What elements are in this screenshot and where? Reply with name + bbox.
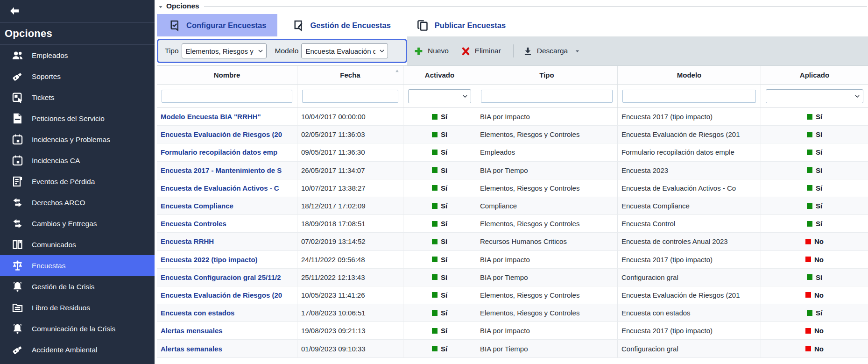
download-icon [523, 46, 533, 56]
cell-tipo: BIA por Impacto [476, 322, 618, 339]
survey-name-link[interactable]: Encuesta 2017 - Mantenimiento de S [161, 166, 282, 174]
modelo-select[interactable]: Encuesta Evaluación de Riesgos [301, 43, 388, 58]
sidebar-item-label: Incidencias y Problemas [32, 136, 110, 144]
bell-icon [11, 322, 24, 335]
sidebar-item-eventos-de-perdida[interactable]: Eventos de Pérdida [0, 171, 155, 192]
tab-configurar-encuestas[interactable]: Configurar Encuestas [157, 14, 277, 36]
sidebar-item-peticiones-del-servicio[interactable]: Peticiones del Servicio [0, 108, 155, 129]
sidebar-item-libro-de-residuos[interactable]: Libro de Residuos [0, 297, 155, 318]
table-row[interactable]: Encuesta RRHH07/02/2019 13:14:52SíRecurs… [157, 233, 868, 250]
descarga-button[interactable]: Descarga [523, 46, 581, 56]
users-icon [11, 49, 24, 62]
survey-name-link[interactable]: Alertas semanales [161, 345, 222, 353]
sidebar-item-incidencias-ca[interactable]: Incidencias CA [0, 150, 155, 171]
table-row[interactable]: Alertas mensuales19/08/2023 09:21:13SíBI… [157, 322, 868, 340]
table-row[interactable]: Encuesta Compliance18/12/2017 17:02:09Sí… [157, 197, 868, 215]
calendar-icon [11, 133, 24, 146]
activado-status: Sí [432, 130, 447, 138]
sidebar-item-label: Tickets [32, 93, 55, 102]
table-row[interactable]: Encuesta con estados17/08/2023 10:06:51S… [157, 304, 868, 322]
sidebar-title-row: Opciones [0, 23, 155, 45]
sidebar-item-comunicados[interactable]: Comunicados [0, 234, 155, 255]
survey-name-link[interactable]: Encuesta de Evaluación Activos - C [161, 184, 279, 192]
table-row[interactable]: Encuesta Evaluación de Riesgos (2002/05/… [157, 126, 868, 143]
column-header-nombre[interactable]: Nombre [157, 66, 297, 84]
cell-fecha: 26/05/2017 11:34:07 [297, 162, 403, 179]
sidebar-item-encuestas[interactable]: Encuestas [0, 255, 155, 276]
table-row[interactable]: Encuesta Configuracion gral 25/11/225/11… [157, 269, 868, 286]
survey-name-link[interactable]: Encuesta Evaluación de Riesgos (20 [161, 130, 282, 138]
clipboard-icon [416, 19, 429, 32]
tab-publicar-encuestas[interactable]: Publicar Encuestas [405, 14, 517, 36]
sidebar-item-gestion-de-la-crisis[interactable]: Gestión de la Crisis [0, 276, 155, 297]
tab-gestion-de-encuestas[interactable]: Gestión de Encuestas [281, 14, 402, 36]
cell-modelo: Configuracion gral [618, 340, 761, 357]
table-row[interactable]: Modelo Encuesta BIA "RRHH"10/04/2017 00:… [157, 108, 868, 126]
aplicado-status: Sí [807, 166, 822, 174]
table-row[interactable]: Formulario recopilación datos emp09/05/2… [157, 143, 868, 161]
sidebar-item-empleados[interactable]: Empleados [0, 45, 155, 66]
sidebar-item-incidencias-y-problemas[interactable]: Incidencias y Problemas [0, 129, 155, 150]
cell-aplicado: Sí [761, 108, 868, 125]
filter-input-modelo[interactable] [622, 90, 756, 103]
sidebar-item-soportes[interactable]: Soportes [0, 66, 155, 87]
survey-name-link[interactable]: Formulario recopilación datos emp [161, 148, 277, 156]
column-header-fecha[interactable]: Fecha [297, 66, 403, 84]
table-row[interactable]: Alertas semanales01/09/2023 09:10:33SíBI… [157, 340, 868, 357]
cell-tipo: Elementos, Riesgos y Controles [476, 286, 618, 304]
cell-modelo: Formulario recopilación datos emple [618, 143, 761, 161]
sidebar-item-cambios-y-entregas[interactable]: Cambios y Entregas [0, 213, 155, 234]
column-header-tipo[interactable]: Tipo [476, 66, 618, 84]
eliminar-button[interactable]: Eliminar [461, 46, 501, 56]
sidebar-item-derechos-arco[interactable]: Derechos ARCO [0, 192, 155, 213]
usb-icon [11, 343, 24, 356]
survey-name-link[interactable]: Encuesta RRHH [161, 237, 214, 245]
table-row[interactable]: Encuesta Evaluación de Riesgos (2010/05/… [157, 286, 868, 304]
sidebar: Opciones EmpleadosSoportesTicketsPeticio… [0, 0, 155, 364]
cell-fecha: 18/12/2017 17:02:09 [297, 197, 403, 214]
green-square-icon [432, 239, 438, 244]
activado-status: Sí [432, 237, 447, 245]
filter-select-aplicado[interactable] [766, 89, 863, 103]
survey-name-link[interactable]: Alertas mensuales [161, 327, 223, 335]
red-square-icon [805, 292, 811, 298]
survey-name-link[interactable]: Encuesta Evaluación de Riesgos (20 [161, 291, 282, 299]
modelo-label: Modelo [275, 47, 299, 55]
survey-name-link[interactable]: Encuesta 2022 (tipo impacto) [161, 256, 258, 264]
column-header-aplicado[interactable]: Aplicado [761, 66, 868, 84]
cell-tipo: BIA por Impacto [476, 108, 618, 125]
filter-select-activado[interactable] [408, 89, 471, 103]
cell-activado: Sí [403, 197, 476, 214]
survey-name-link[interactable]: Modelo Encuesta BIA "RRHH" [161, 113, 261, 121]
table-row[interactable]: Encuesta de Evaluación Activos - C10/07/… [157, 179, 868, 197]
cell-fecha: 10/07/2017 13:38:27 [297, 179, 403, 197]
nuevo-button[interactable]: Nuevo [414, 46, 449, 56]
sidebar-item-label: Comunicados [32, 241, 76, 249]
filter-input-fecha[interactable] [302, 90, 398, 103]
survey-name-link[interactable]: Encuesta con estados [161, 309, 234, 317]
caret-down-icon[interactable] [574, 48, 581, 55]
cell-fecha: 02/05/2017 11:36:03 [297, 126, 403, 143]
survey-name-link[interactable]: Encuesta Controles [161, 220, 226, 228]
sidebar-item-accidente-ambiental[interactable]: Accidente Ambiental [0, 339, 155, 360]
sidebar-item-tickets[interactable]: Tickets [0, 87, 155, 108]
collapse-caret-icon[interactable] [158, 3, 163, 9]
table-row[interactable]: Encuesta 2017 - Mantenimiento de S26/05/… [157, 162, 868, 179]
cell-fecha: 07/02/2019 13:14:52 [297, 233, 403, 250]
activado-status: Sí [432, 256, 447, 264]
column-header-activado[interactable]: Activado [403, 66, 476, 84]
sidebar-item-comunicacion-de-la-crisis[interactable]: Comunicación de la Crisis [0, 318, 155, 339]
book-icon [11, 238, 24, 251]
table-row[interactable]: Encuesta Controles18/09/2018 17:08:51SíE… [157, 215, 868, 233]
toolbar: Nuevo Eliminar Descarga [155, 36, 868, 65]
table-row[interactable]: Encuesta 2022 (tipo impacto)24/11/2022 0… [157, 251, 868, 269]
filter-input-nombre[interactable] [162, 90, 292, 103]
survey-name-link[interactable]: Encuesta Configuracion gral 25/11/2 [161, 273, 281, 281]
column-header-modelo[interactable]: Modelo [618, 66, 761, 84]
tipo-select[interactable]: Elementos, Riesgos y Controles [182, 43, 267, 58]
sidebar-item-label: Soportes [32, 72, 61, 81]
app-window: Opciones EmpleadosSoportesTicketsPeticio… [0, 0, 868, 364]
filter-input-tipo[interactable] [481, 90, 613, 103]
back-arrow-icon[interactable] [7, 5, 21, 17]
survey-name-link[interactable]: Encuesta Compliance [161, 202, 233, 210]
